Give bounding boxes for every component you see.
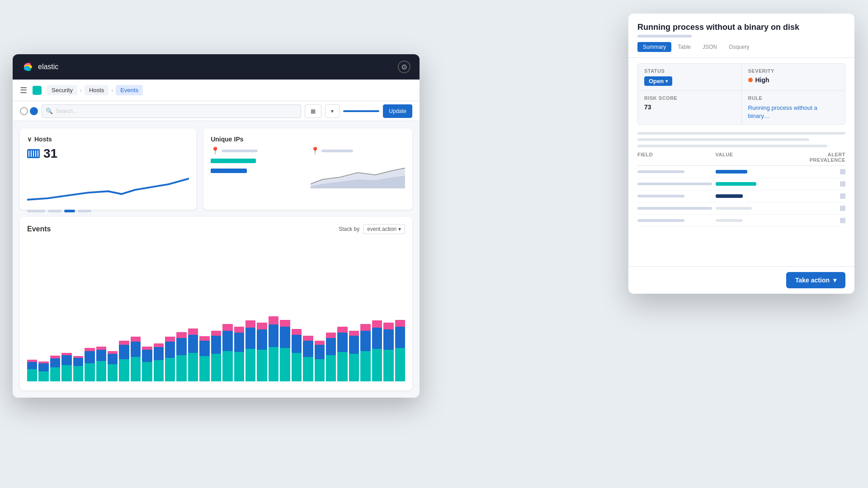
bar-segment: [280, 348, 290, 381]
bar-segment: [372, 328, 382, 349]
ip-bar-row-2: [211, 169, 305, 173]
radio-on[interactable]: [30, 107, 38, 115]
pin-icon-right: 📍: [311, 146, 320, 155]
hamburger-menu-icon[interactable]: ☰: [20, 85, 27, 95]
bar-segment: [142, 350, 152, 362]
breadcrumb-bar: ☰ Security › Hosts › Events: [13, 80, 420, 101]
update-btn[interactable]: Update: [383, 104, 412, 118]
hosts-title-label: Hosts: [34, 136, 52, 143]
field-row-4: [637, 202, 845, 215]
view-toggle[interactable]: [20, 107, 38, 115]
grid-view-btn[interactable]: ▦: [305, 104, 321, 118]
bar-segment: [269, 347, 278, 382]
bar-segment: [222, 324, 232, 330]
tab-table[interactable]: Table: [672, 42, 696, 52]
stack-by-dropdown[interactable]: event.action ▾: [363, 224, 405, 234]
status-badge[interactable]: Open ▾: [644, 76, 672, 86]
ip-location-right: 📍: [311, 146, 405, 155]
bar-group: [142, 347, 152, 381]
bar-group: [27, 360, 37, 381]
bar-segment: [360, 351, 370, 382]
bar-group: [165, 337, 175, 381]
bar-segment: [280, 320, 290, 327]
bar-segment: [349, 331, 359, 336]
bar-group: [96, 347, 106, 381]
bar-segment: [38, 363, 48, 371]
bar-segment: [245, 320, 255, 328]
location-skel-left: [222, 150, 258, 152]
bar-segment: [27, 362, 37, 369]
settings-icon[interactable]: ⚙: [398, 61, 410, 73]
unique-ips-label: Unique IPs: [211, 136, 243, 143]
bar-segment: [292, 335, 302, 353]
ip-bar-teal-1: [211, 159, 256, 163]
bar-group: [131, 337, 141, 381]
bar-segment: [292, 353, 302, 381]
value-skel-4: [716, 207, 752, 210]
bar-segment: [176, 332, 186, 338]
bar-segment: [131, 337, 141, 342]
bar-group: [326, 333, 336, 381]
bar-segment: [280, 327, 290, 348]
bar-segment: [383, 350, 393, 381]
events-title-label: Events: [27, 225, 51, 233]
bar-segment: [372, 320, 382, 328]
prev-skel-5: [840, 218, 845, 223]
tab-json[interactable]: JSON: [697, 42, 722, 52]
field-row-5: [637, 215, 845, 227]
severity-row: High: [748, 76, 839, 84]
bar-segment: [50, 367, 60, 382]
bar-segment: [315, 345, 325, 359]
search-bar[interactable]: 🔍 Search…: [42, 104, 301, 118]
breadcrumb-events[interactable]: Events: [116, 85, 143, 95]
stack-by-control[interactable]: Stack by event.action ▾: [339, 224, 405, 234]
field-skel-2: [637, 183, 712, 185]
stack-by-value: event.action: [367, 226, 396, 232]
radio-off[interactable]: [20, 107, 28, 115]
breadcrumb-security[interactable]: Security: [47, 85, 77, 95]
hosts-count: 31: [27, 146, 189, 161]
risk-score-label: Risk Score: [644, 95, 735, 101]
pin-icon-left: 📍: [211, 146, 220, 155]
dropdown-btn[interactable]: ▾: [325, 104, 340, 118]
bar-segment: [360, 331, 370, 351]
bar-segment: [303, 336, 313, 341]
tab-osquery[interactable]: Osquery: [723, 42, 755, 52]
alert-footer: Take action ▾: [628, 266, 854, 294]
prevalence-col-header: Alert prevalence: [793, 152, 845, 163]
field-skel-3: [637, 195, 684, 197]
prev-skel-3: [840, 193, 845, 199]
severity-dot-icon: [748, 78, 753, 82]
main-content: ∨ Hosts 31: [13, 121, 420, 398]
bar-group: [280, 320, 290, 381]
bar-segment: [222, 351, 232, 382]
hosts-card-footer: [27, 210, 189, 212]
bar-group: [395, 320, 405, 381]
field-col-header: Field: [637, 152, 716, 163]
bar-segment: [96, 361, 106, 381]
alert-title: Running process without a binary on disk: [637, 23, 845, 32]
bar-segment: [383, 323, 393, 329]
breadcrumb-hosts[interactable]: Hosts: [85, 85, 108, 95]
prev-skel-4: [840, 206, 845, 211]
meta-cell-status: Status Open ▾: [638, 64, 741, 90]
severity-value: High: [755, 76, 769, 84]
bar-segment: [337, 352, 347, 381]
location-skel-right: [321, 150, 353, 152]
bar-segment: [337, 327, 347, 333]
meta-cell-severity: Severity High: [742, 64, 845, 90]
bar-segment: [108, 364, 118, 381]
bar-segment: [372, 349, 382, 381]
bar-segment: [257, 323, 267, 329]
browser-window: elastic ⚙ ☰ Security › Hosts › Events 🔍 …: [13, 54, 420, 398]
bar-segment: [96, 350, 106, 361]
toolbar: 🔍 Search… ▦ ▾ Update: [13, 101, 420, 121]
take-action-button[interactable]: Take action ▾: [786, 272, 845, 288]
value-bar-1: [716, 170, 747, 174]
value-bar-2: [716, 182, 756, 186]
bar-segment: [119, 359, 129, 382]
tab-summary[interactable]: Summary: [637, 42, 671, 52]
bar-segment: [211, 331, 221, 336]
rule-link[interactable]: Running process without a binary…: [748, 104, 817, 119]
bar-segment: [50, 356, 60, 358]
